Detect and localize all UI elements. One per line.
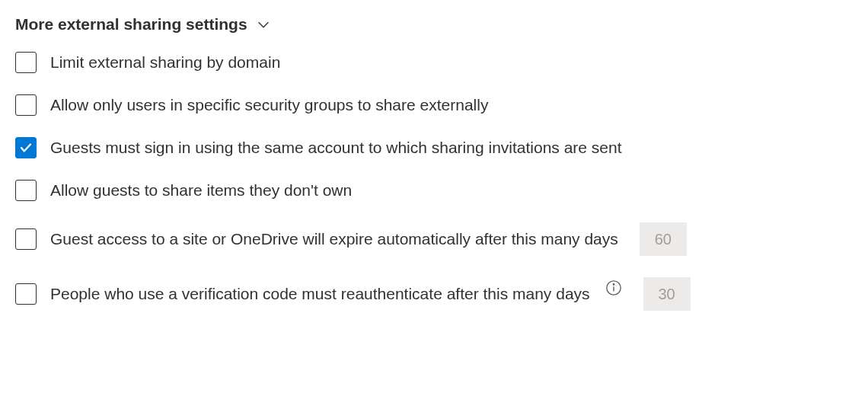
verification-reauth-days-input[interactable]: 30: [643, 277, 691, 311]
label-guests-share: Allow guests to share items they don't o…: [50, 181, 352, 200]
guest-expire-days-input[interactable]: 60: [640, 222, 687, 256]
setting-limit-domain: Limit external sharing by domain: [15, 52, 853, 73]
svg-point-2: [613, 284, 614, 285]
chevron-down-icon: [255, 16, 272, 33]
setting-security-groups: Allow only users in specific security gr…: [15, 94, 853, 116]
label-guests-same-account: Guests must sign in using the same accou…: [50, 139, 622, 157]
setting-verification-reauth: People who use a verification code must …: [15, 277, 853, 311]
label-guest-expire: Guest access to a site or OneDrive will …: [50, 230, 618, 248]
label-limit-domain: Limit external sharing by domain: [50, 53, 280, 72]
checkbox-guests-share[interactable]: [15, 180, 37, 201]
checkbox-security-groups[interactable]: [15, 94, 37, 116]
label-verification-reauth: People who use a verification code must …: [50, 285, 590, 303]
setting-guests-same-account: Guests must sign in using the same accou…: [15, 137, 853, 158]
setting-guest-expire: Guest access to a site or OneDrive will …: [15, 222, 853, 256]
checkbox-guest-expire[interactable]: [15, 228, 37, 250]
section-title: More external sharing settings: [15, 15, 247, 34]
checkbox-verification-reauth[interactable]: [15, 283, 37, 305]
settings-list: Limit external sharing by domain Allow o…: [15, 52, 853, 311]
label-security-groups: Allow only users in specific security gr…: [50, 96, 488, 114]
section-header-toggle[interactable]: More external sharing settings: [15, 15, 853, 34]
checkbox-guests-same-account[interactable]: [15, 137, 37, 158]
info-icon[interactable]: [605, 280, 622, 296]
setting-guests-share: Allow guests to share items they don't o…: [15, 180, 853, 201]
checkbox-limit-domain[interactable]: [15, 52, 37, 73]
check-icon: [19, 141, 33, 155]
